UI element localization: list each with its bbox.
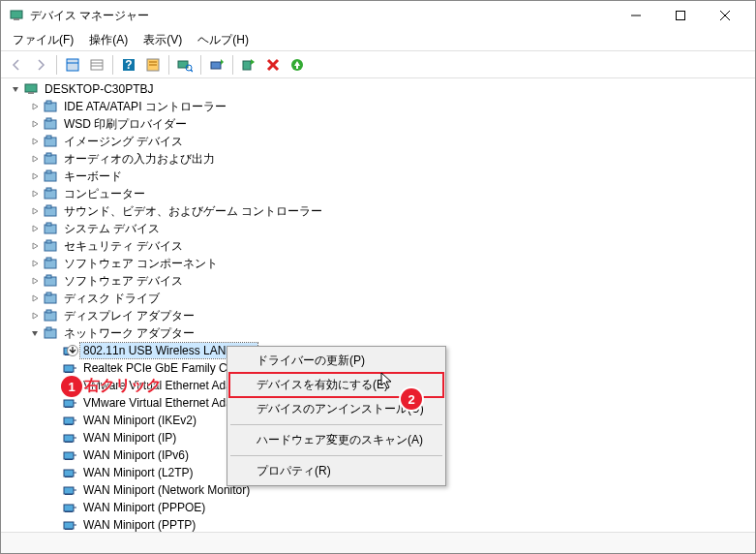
svg-rect-51	[46, 310, 51, 313]
node-label: ディスク ドライブ	[61, 290, 163, 308]
category-node[interactable]: コンピューター	[28, 185, 753, 202]
category-node[interactable]: オーディオの入力および出力	[28, 150, 753, 168]
root-node[interactable]: DESKTOP-C30PTBJ	[9, 80, 753, 98]
expand-icon[interactable]	[28, 117, 42, 131]
details-button[interactable]	[85, 53, 108, 77]
svg-rect-77	[65, 477, 73, 477]
menu-view[interactable]: 表示(V)	[136, 30, 190, 50]
category-node[interactable]: イメージング デバイス	[28, 133, 753, 150]
cm-scan-hardware[interactable]: ハードウェア変更のスキャン(A)	[229, 428, 443, 452]
category-icon	[43, 99, 58, 114]
svg-rect-29	[46, 118, 51, 121]
svg-rect-74	[65, 459, 73, 460]
device-node[interactable]: WAN Miniport (PPPOE)	[47, 499, 753, 516]
network-icon	[62, 517, 77, 532]
svg-rect-49	[46, 292, 51, 295]
category-node[interactable]: IDE ATA/ATAPI コントローラー	[28, 98, 753, 115]
expand-icon[interactable]	[28, 239, 42, 253]
category-node[interactable]: セキュリティ デバイス	[28, 237, 753, 255]
category-node[interactable]: ネットワーク アダプター	[28, 324, 753, 342]
forward-button[interactable]	[29, 53, 52, 77]
update-driver-button[interactable]	[205, 53, 228, 77]
svg-rect-80	[65, 494, 73, 495]
node-label: キーボード	[61, 168, 125, 186]
category-icon	[43, 308, 58, 323]
svg-rect-25	[28, 92, 34, 94]
help-button[interactable]: ?	[117, 53, 140, 77]
category-icon	[43, 134, 58, 149]
add-legacy-button[interactable]	[286, 53, 309, 77]
svg-rect-66	[64, 417, 74, 424]
expand-icon[interactable]	[28, 274, 42, 288]
node-label: IDE ATA/ATAPI コントローラー	[61, 98, 229, 116]
scan-hardware-button[interactable]	[173, 53, 197, 77]
cm-properties[interactable]: プロパティ(R)	[229, 459, 443, 483]
node-label: ソフトウェア デバイス	[61, 272, 186, 291]
svg-rect-78	[64, 487, 74, 494]
expand-icon[interactable]	[28, 204, 42, 218]
svg-rect-35	[46, 170, 51, 173]
network-icon	[62, 447, 77, 463]
separator	[230, 424, 442, 425]
category-node[interactable]: ディスク ドライブ	[28, 290, 753, 307]
properties-button[interactable]	[141, 53, 165, 77]
network-icon	[62, 500, 77, 515]
category-node[interactable]: WSD 印刷プロバイダー	[28, 115, 753, 133]
uninstall-button[interactable]	[261, 53, 285, 77]
svg-rect-24	[25, 84, 37, 92]
minimize-button[interactable]	[614, 1, 658, 30]
network-icon	[62, 430, 77, 446]
svg-rect-33	[46, 153, 51, 156]
device-tree-panel[interactable]: DESKTOP-C30PTBJIDE ATA/ATAPI コントローラーWSD …	[1, 78, 755, 532]
category-node[interactable]: ディスプレイ アダプター	[28, 307, 753, 324]
svg-rect-47	[46, 275, 51, 278]
network-icon	[62, 360, 77, 376]
category-node[interactable]: システム デバイス	[28, 220, 753, 237]
toolbar: ?	[1, 51, 755, 78]
separator	[112, 55, 113, 75]
network-icon	[62, 465, 77, 480]
titlebar: デバイス マネージャー	[1, 1, 755, 30]
menu-file[interactable]: ファイル(F)	[5, 30, 81, 50]
maximize-button[interactable]	[658, 1, 703, 30]
category-node[interactable]: ソフトウェア コンポーネント	[28, 255, 753, 272]
expand-icon[interactable]	[28, 169, 42, 183]
node-label: WAN Miniport (PPPOE)	[80, 500, 208, 515]
svg-rect-69	[64, 435, 74, 442]
category-node[interactable]: キーボード	[28, 168, 753, 185]
svg-rect-75	[64, 470, 74, 477]
category-icon	[43, 203, 58, 219]
show-hidden-button[interactable]	[61, 53, 84, 77]
expand-icon[interactable]	[28, 100, 42, 113]
svg-rect-68	[65, 424, 73, 425]
close-button[interactable]	[703, 1, 747, 30]
category-node[interactable]: ソフトウェア デバイス	[28, 272, 753, 290]
back-button[interactable]	[5, 53, 28, 77]
svg-text:?: ?	[125, 58, 132, 72]
expand-icon[interactable]	[28, 222, 42, 235]
expand-icon[interactable]	[28, 309, 42, 323]
svg-rect-86	[65, 529, 73, 530]
collapse-icon[interactable]	[9, 82, 22, 96]
cm-update-driver[interactable]: ドライバーの更新(P)	[229, 349, 443, 373]
collapse-icon[interactable]	[28, 326, 42, 340]
menu-help[interactable]: ヘルプ(H)	[190, 30, 257, 50]
node-label: イメージング デバイス	[61, 133, 186, 151]
svg-rect-83	[65, 511, 73, 512]
expand-icon[interactable]	[28, 292, 42, 305]
menu-action[interactable]: 操作(A)	[81, 30, 136, 50]
svg-rect-65	[65, 407, 73, 408]
expand-icon[interactable]	[28, 152, 42, 166]
svg-rect-57	[64, 365, 74, 372]
svg-rect-84	[64, 522, 74, 529]
svg-line-18	[191, 70, 193, 72]
device-node[interactable]: WAN Miniport (PPTP)	[47, 516, 753, 532]
svg-rect-8	[91, 60, 103, 70]
enable-button[interactable]	[237, 53, 260, 77]
category-node[interactable]: サウンド、ビデオ、およびゲーム コントローラー	[28, 202, 753, 220]
expand-icon[interactable]	[28, 257, 42, 270]
expand-icon[interactable]	[28, 135, 42, 148]
category-icon	[43, 221, 58, 236]
svg-rect-37	[46, 188, 51, 191]
expand-icon[interactable]	[28, 187, 42, 200]
